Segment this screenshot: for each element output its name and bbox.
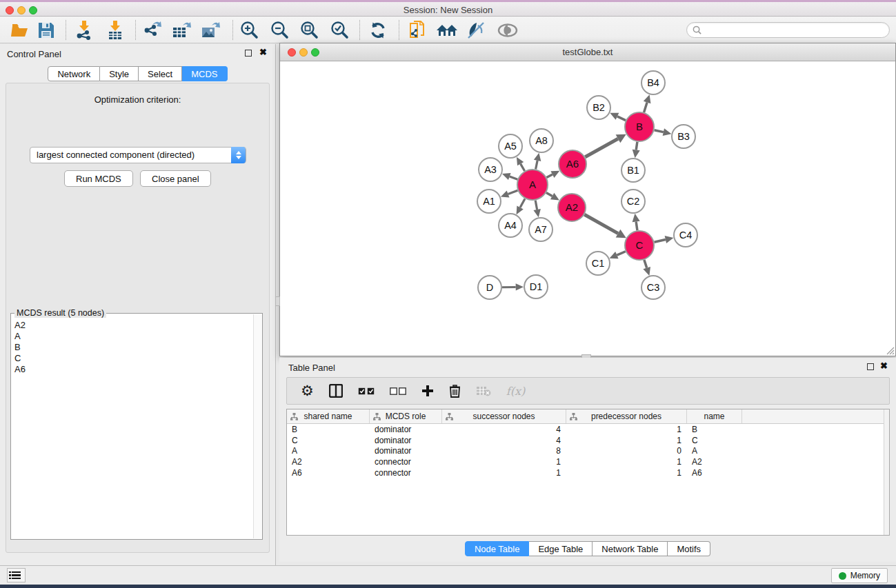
mcds-result-item[interactable]: B [14,342,262,353]
refresh-button[interactable] [365,19,391,41]
column-header-mcds-role[interactable]: MCDS role [370,409,442,423]
import-table-icon [106,21,124,40]
search-field[interactable] [686,22,890,38]
import-network-button[interactable] [71,19,97,41]
birds-eye-view-button[interactable] [495,19,521,41]
vertical-splitter-handle[interactable] [275,296,280,306]
tab-mcds[interactable]: MCDS [182,66,227,81]
delete-column-trash-icon[interactable] [449,382,461,400]
open-folder-icon [11,22,30,39]
float-table-panel-icon[interactable] [867,363,874,370]
open-file-button[interactable] [8,19,34,41]
tab-network-table[interactable]: Network Table [593,541,668,556]
table-row[interactable]: Adominator80A [287,446,889,457]
function-builder-icon[interactable]: f(x) [506,382,525,400]
graphics-details-button[interactable] [464,19,490,41]
search-input[interactable] [705,26,889,35]
graph-node-label: A5 [504,141,517,152]
graph-edge-B-B4[interactable] [644,102,648,112]
toolbar-separator [66,20,66,40]
save-session-button[interactable] [33,19,59,41]
graph-edge-C-C1[interactable] [617,252,625,255]
close-panel-icon[interactable]: ✖ [259,47,267,57]
graph-edge-A-A8[interactable] [536,161,538,170]
tab-select[interactable]: Select [139,66,182,81]
graph-edge-A-A2[interactable] [546,193,552,196]
graph-edge-A-A5[interactable] [521,164,525,171]
delete-table-icon[interactable] [476,382,491,400]
export-table-button[interactable] [168,19,195,41]
table-cell: 0 [566,446,687,456]
export-image-icon [201,21,220,40]
graph-edge-C-C2[interactable] [636,222,637,231]
zoom-selected-button[interactable] [326,19,352,41]
graph-node-label: A1 [483,196,495,207]
mcds-result-item[interactable]: A6 [14,364,262,375]
graph-edge-B-B1[interactable] [636,142,637,150]
table-row[interactable]: Bdominator41B [287,424,889,435]
mcds-result-item[interactable]: A2 [14,320,262,331]
table-cell: 4 [442,436,566,445]
table-row[interactable]: A2connector11A2 [287,456,889,467]
tab-style[interactable]: Style [100,66,139,81]
tab-motifs[interactable]: Motifs [668,541,710,556]
tab-network[interactable]: Network [48,66,100,81]
column-type-icon [570,413,577,420]
graph-edge-A-A1[interactable] [508,190,518,194]
run-mcds-button[interactable]: Run MCDS [64,170,133,187]
save-floppy-icon [38,22,54,39]
graph-edge-A2-C[interactable] [584,214,618,233]
float-panel-icon[interactable] [245,50,252,57]
graph-edge-A-A4[interactable] [520,199,525,207]
column-header-name[interactable]: name [687,409,742,423]
close-panel-button[interactable]: Close panel [140,170,211,187]
show-columns-icon[interactable] [329,382,343,400]
column-header-successor-nodes[interactable]: successor nodes [442,409,566,423]
graph-node-label: B4 [647,77,659,88]
graph-edge-A-A3[interactable] [510,176,518,179]
table-cell: 1 [566,436,687,445]
create-column-plus-icon[interactable] [421,382,434,400]
memory-button[interactable]: Memory [831,568,888,583]
column-header-predecessor-nodes[interactable]: predecessor nodes [566,409,687,423]
task-history-button[interactable] [7,568,26,582]
column-header-shared-name[interactable]: shared name [287,409,370,423]
mcds-result-item[interactable]: C [14,353,262,364]
new-network-from-selection-button[interactable] [405,19,431,41]
graph-edge-A-A6[interactable] [546,174,552,177]
export-image-button[interactable] [197,19,223,41]
graph-edge-A-A7[interactable] [535,201,537,210]
network-graph[interactable]: B4B2BB3A5A8A6A3AB1A1C2A2A4A7CC4C1C3DD1 [280,61,895,356]
close-table-panel-icon[interactable]: ✖ [880,361,888,371]
graph-edge-B-B2[interactable] [617,116,626,121]
import-table-button[interactable] [102,19,128,41]
zoom-in-button[interactable] [236,19,262,41]
tab-node-table[interactable]: Node Table [465,541,530,556]
resize-grip-icon[interactable] [885,345,895,355]
mcds-result-list: A2ABCA6 [11,314,262,375]
graph-edge-A6-B[interactable] [585,139,618,157]
mcds-result-item[interactable]: A [14,331,262,342]
graph-edge-B-B3[interactable] [654,130,663,132]
graph-edge-C-C3[interactable] [644,260,647,268]
table-row[interactable]: Cdominator41C [287,435,889,446]
result-scrollbar[interactable] [253,314,262,538]
network-window-titlebar[interactable]: testGlobe.txt [280,43,895,61]
unselect-all-columns-icon[interactable] [390,382,406,400]
tab-edge-table[interactable]: Edge Table [529,541,593,556]
home-button[interactable] [434,19,460,41]
control-panel-tabs: NetworkStyleSelectMCDS [0,66,275,81]
table-row[interactable]: A6connector11A6 [287,467,889,478]
network-canvas[interactable]: B4B2BB3A5A8A6A3AB1A1C2A2A4A7CC4C1C3DD1 [280,61,895,356]
graph-edge-arrowhead [633,150,640,159]
graph-node-label: C2 [627,196,640,207]
graph-edge-C-C4[interactable] [654,240,665,243]
table-settings-gear-icon[interactable]: ⚙ [301,382,314,400]
zoom-out-button[interactable] [266,19,292,41]
criterion-select[interactable]: largest connected component (directed) [30,147,246,163]
table-scrollbar[interactable] [884,409,889,535]
graph-edge-arrowhead [643,267,650,276]
select-all-columns-icon[interactable] [358,382,375,400]
export-network-button[interactable] [139,19,166,41]
zoom-fit-button[interactable] [296,19,322,41]
